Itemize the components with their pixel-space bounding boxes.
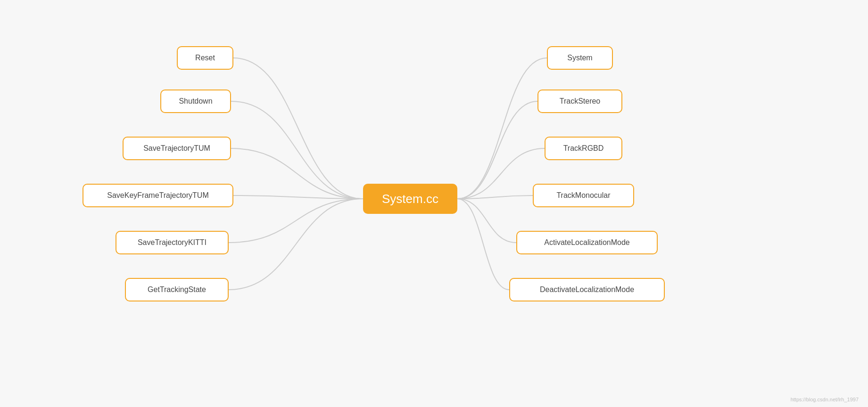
node-save-trajectory-kitti[interactable]: SaveTrajectoryKITTI: [116, 231, 229, 254]
center-node: System.cc: [363, 184, 457, 214]
node-save-trajectory-tum[interactable]: SaveTrajectoryTUM: [123, 137, 231, 160]
node-shutdown[interactable]: Shutdown: [160, 90, 231, 113]
watermark: https://blog.csdn.net/lrh_1997: [791, 397, 859, 402]
node-get-tracking-state[interactable]: GetTrackingState: [125, 278, 229, 301]
node-system[interactable]: System: [547, 46, 613, 70]
node-track-monocular[interactable]: TrackMonocular: [533, 184, 634, 207]
node-track-stereo[interactable]: TrackStereo: [537, 90, 622, 113]
node-track-rgbd[interactable]: TrackRGBD: [545, 137, 622, 160]
node-reset[interactable]: Reset: [177, 46, 233, 70]
node-save-keyframe-trajectory-tum[interactable]: SaveKeyFrameTrajectoryTUM: [83, 184, 233, 207]
node-activate-localization-mode[interactable]: ActivateLocalizationMode: [516, 231, 658, 254]
node-deactivate-localization-mode[interactable]: DeactivateLocalizationMode: [509, 278, 665, 301]
